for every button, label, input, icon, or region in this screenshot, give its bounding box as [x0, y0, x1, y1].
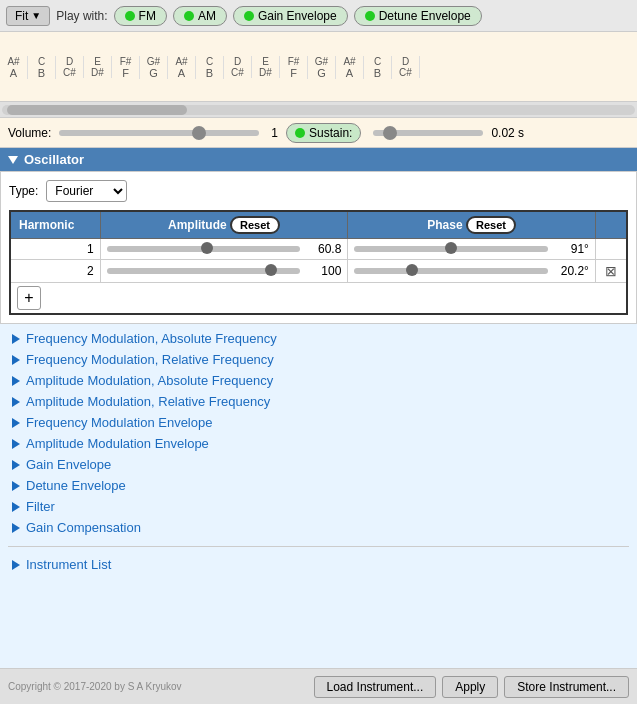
sustain-value: 0.02 s — [491, 126, 524, 140]
list-item-am-rel[interactable]: Amplitude Modulation, Relative Frequency — [0, 391, 637, 412]
amplitude-slider-2[interactable] — [107, 268, 301, 274]
piano-key[interactable]: D — [224, 56, 252, 67]
instrument-list-expand-icon — [12, 560, 20, 570]
piano-key[interactable]: D — [392, 56, 420, 67]
list-item-am-env[interactable]: Amplitude Modulation Envelope — [0, 433, 637, 454]
phase-reset-button[interactable]: Reset — [466, 216, 516, 234]
piano-key[interactable]: F# — [280, 56, 308, 67]
harmonic-row: 1 60.8 — [10, 239, 627, 260]
piano-key[interactable]: E — [84, 56, 112, 67]
detune-envelope-play-button[interactable]: Detune Envelope — [354, 6, 482, 26]
am-led-icon — [184, 11, 194, 21]
phase-thumb-2[interactable] — [406, 264, 418, 276]
piano-key[interactable]: G — [140, 67, 168, 79]
piano-key[interactable]: A# — [168, 56, 196, 67]
piano-key[interactable]: F# — [112, 56, 140, 67]
am-label: AM — [198, 9, 216, 23]
load-instrument-button[interactable]: Load Instrument... — [314, 676, 437, 698]
piano-key[interactable]: B — [196, 67, 224, 79]
piano-key[interactable]: F — [280, 67, 308, 79]
piano-key[interactable]: C — [364, 56, 392, 67]
scrollbar-thumb[interactable] — [7, 105, 187, 115]
expand-icon — [12, 418, 20, 428]
oscillator-collapse-icon[interactable] — [8, 156, 18, 164]
list-item-detune-env[interactable]: Detune Envelope — [0, 475, 637, 496]
type-row: Type: Fourier Sine Square Sawtooth — [9, 180, 628, 202]
amplitude-thumb-2[interactable] — [265, 264, 277, 276]
toolbar: Fit ▼ Play with: FM AM Gain Envelope Det… — [0, 0, 637, 32]
apply-button[interactable]: Apply — [442, 676, 498, 698]
amplitude-slider-cell: 100 — [107, 264, 342, 278]
piano-key[interactable]: A — [0, 67, 28, 79]
fm-label: FM — [139, 9, 156, 23]
volume-thumb[interactable] — [192, 126, 206, 140]
phase-value-2: 20.2° — [554, 264, 589, 278]
fit-button[interactable]: Fit ▼ — [6, 6, 50, 26]
list-item-fm-env[interactable]: Frequency Modulation Envelope — [0, 412, 637, 433]
amplitude-thumb-1[interactable] — [201, 242, 213, 254]
piano-key[interactable]: G# — [308, 56, 336, 67]
oscillator-title: Oscillator — [24, 152, 84, 167]
piano-key[interactable]: A# — [0, 56, 28, 67]
sustain-thumb[interactable] — [383, 126, 397, 140]
list-item-gain-comp[interactable]: Gain Compensation — [0, 517, 637, 538]
list-item-filter[interactable]: Filter — [0, 496, 637, 517]
amplitude-slider-1[interactable] — [107, 246, 301, 252]
piano-key[interactable]: F — [112, 67, 140, 79]
expand-icon — [12, 481, 20, 491]
amplitude-reset-button[interactable]: Reset — [230, 216, 280, 234]
sustain-slider[interactable] — [373, 130, 483, 136]
row-extra-2[interactable]: ⊠ — [595, 260, 627, 283]
harmonic-row: 2 100 — [10, 260, 627, 283]
list-item-am-abs[interactable]: Amplitude Modulation, Absolute Frequency — [0, 370, 637, 391]
instrument-list-item[interactable]: Instrument List — [0, 551, 637, 578]
phase-slider-1[interactable] — [354, 246, 548, 252]
add-harmonic-cell: + — [10, 283, 627, 315]
type-select[interactable]: Fourier Sine Square Sawtooth — [46, 180, 127, 202]
footer: Copyright © 2017-2020 by S A Kryukov Loa… — [0, 668, 637, 704]
volume-slider[interactable] — [59, 130, 259, 136]
fm-play-button[interactable]: FM — [114, 6, 167, 26]
amplitude-cell: 60.8 — [100, 239, 348, 260]
piano-key[interactable]: A — [168, 67, 196, 79]
list-item-label: Detune Envelope — [26, 478, 126, 493]
piano-scrollbar[interactable] — [0, 102, 637, 118]
phase-thumb-1[interactable] — [445, 242, 457, 254]
fm-led-icon — [125, 11, 135, 21]
piano-key[interactable]: E — [252, 56, 280, 67]
am-play-button[interactable]: AM — [173, 6, 227, 26]
gain-envelope-play-button[interactable]: Gain Envelope — [233, 6, 348, 26]
piano-key[interactable]: D# — [252, 67, 280, 78]
sustain-button[interactable]: Sustain: — [286, 123, 361, 143]
piano-key[interactable]: G — [308, 67, 336, 79]
list-item-label: Frequency Modulation, Relative Frequency — [26, 352, 274, 367]
list-item-label: Frequency Modulation, Absolute Frequency — [26, 331, 277, 346]
store-instrument-button[interactable]: Store Instrument... — [504, 676, 629, 698]
scrollbar-track[interactable] — [2, 105, 635, 115]
phase-cell: 20.2° — [348, 260, 596, 283]
piano-area[interactable]: A# C D E F# G# A# C D E F# G# A# C D A B… — [0, 32, 637, 102]
piano-key[interactable]: D# — [84, 67, 112, 78]
expand-icon — [12, 523, 20, 533]
piano-key[interactable]: C — [28, 56, 56, 67]
fit-label: Fit — [15, 9, 28, 23]
list-item-fm-rel[interactable]: Frequency Modulation, Relative Frequency — [0, 349, 637, 370]
list-item-gain-env[interactable]: Gain Envelope — [0, 454, 637, 475]
piano-key[interactable]: B — [28, 67, 56, 79]
piano-key[interactable]: A# — [336, 56, 364, 67]
piano-key[interactable]: B — [364, 67, 392, 79]
piano-key[interactable]: A — [336, 67, 364, 79]
phase-slider-2[interactable] — [354, 268, 548, 274]
piano-key[interactable]: D — [56, 56, 84, 67]
piano-key[interactable]: C — [196, 56, 224, 67]
main-content: Oscillator Type: Fourier Sine Square Saw… — [0, 148, 637, 668]
piano-key[interactable]: C# — [224, 67, 252, 78]
oscillator-section-header[interactable]: Oscillator — [0, 148, 637, 171]
list-item-label: Gain Envelope — [26, 457, 111, 472]
piano-key[interactable]: C# — [56, 67, 84, 78]
piano-key[interactable]: C# — [392, 67, 420, 78]
add-harmonic-button[interactable]: + — [17, 286, 41, 310]
piano-key[interactable]: G# — [140, 56, 168, 67]
list-item-fm-abs[interactable]: Frequency Modulation, Absolute Frequency — [0, 328, 637, 349]
expand-icon — [12, 460, 20, 470]
